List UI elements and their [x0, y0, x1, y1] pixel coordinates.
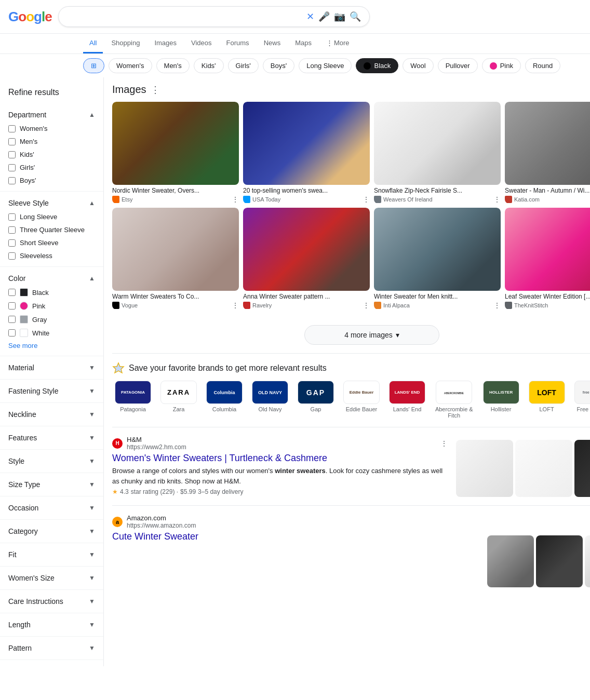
- checkbox-white[interactable]: [8, 329, 16, 336]
- hm-more-button[interactable]: ⋮: [440, 439, 448, 448]
- color-header[interactable]: Color ▲: [8, 271, 95, 286]
- filter-pink[interactable]: Pink: [482, 58, 521, 73]
- sidebar-item-mens[interactable]: Men's: [8, 135, 95, 148]
- sidebar-item-girls[interactable]: Girls': [8, 161, 95, 174]
- image-card-8[interactable]: Leaf Sweater Winter Edition [... TheKnit…: [505, 208, 590, 309]
- checkbox-boys[interactable]: [8, 177, 16, 184]
- amazon-thumb-1[interactable]: [487, 535, 534, 587]
- brand-card-eddiebauer[interactable]: Eddie Bauer Eddie Bauer: [341, 381, 382, 412]
- sidebar-item-short-sleeve[interactable]: Short Sleeve: [8, 236, 95, 249]
- filter-boys[interactable]: Boys': [263, 58, 294, 73]
- image-7-more-button[interactable]: ⋮: [493, 301, 501, 309]
- material-header[interactable]: Material ▼: [8, 360, 95, 375]
- fit-header[interactable]: Fit ▼: [8, 547, 95, 562]
- amazon-thumb-3[interactable]: [585, 535, 590, 587]
- womens-size-header[interactable]: Women's Size ▼: [8, 571, 95, 585]
- sidebar-item-boys[interactable]: Boys': [8, 174, 95, 187]
- pattern-header[interactable]: Pattern ▼: [8, 641, 95, 655]
- hm-thumb-3[interactable]: [574, 440, 590, 497]
- filter-kids[interactable]: Kids': [194, 58, 224, 73]
- sidebar-item-three-quarter[interactable]: Three Quarter Sleeve: [8, 223, 95, 236]
- hm-thumb-2[interactable]: [515, 440, 572, 497]
- amazon-thumb-2[interactable]: [536, 535, 583, 587]
- checkbox-girls[interactable]: [8, 164, 16, 171]
- image-1-more-button[interactable]: ⋮: [232, 195, 239, 204]
- checkbox-black[interactable]: [8, 289, 16, 296]
- brand-card-patagonia[interactable]: PATAGONIA Patagonia: [112, 381, 154, 412]
- filter-girls[interactable]: Girls': [228, 58, 259, 73]
- sidebar-item-long-sleeve[interactable]: Long Sleeve: [8, 210, 95, 223]
- see-more-colors[interactable]: See more: [8, 340, 95, 352]
- clear-search-button[interactable]: ✕: [306, 11, 314, 22]
- image-5-more-button[interactable]: ⋮: [232, 301, 239, 309]
- checkbox-short-sleeve[interactable]: [8, 239, 16, 247]
- tab-maps[interactable]: Maps: [289, 34, 318, 53]
- filter-womens[interactable]: Women's: [109, 58, 152, 73]
- image-search-button[interactable]: 📷: [334, 11, 345, 22]
- sidebar-item-sleeveless[interactable]: Sleeveless: [8, 249, 95, 262]
- checkbox-sleeveless[interactable]: [8, 252, 16, 260]
- image-card-2[interactable]: 20 top-selling women's swea... USA Today…: [243, 102, 370, 204]
- tab-shopping[interactable]: Shopping: [105, 34, 146, 53]
- image-card-1[interactable]: Nordic Winter Sweater, Overs... Etsy ⋮: [112, 102, 239, 204]
- tab-all[interactable]: All: [83, 34, 103, 53]
- occasion-header[interactable]: Occasion ▼: [8, 501, 95, 515]
- checkbox-womens[interactable]: [8, 125, 16, 132]
- brand-card-freepeople[interactable]: free people Free People: [572, 381, 590, 412]
- checkbox-long-sleeve[interactable]: [8, 213, 16, 221]
- tab-images[interactable]: Images: [148, 34, 183, 53]
- image-3-more-button[interactable]: ⋮: [493, 195, 501, 204]
- filter-mens[interactable]: Men's: [156, 58, 190, 73]
- tab-videos[interactable]: Videos: [185, 34, 218, 53]
- sidebar-item-gray[interactable]: Gray: [8, 313, 95, 326]
- fastening-header[interactable]: Fastening Style ▼: [8, 384, 95, 398]
- sidebar-item-pink[interactable]: Pink: [8, 299, 95, 313]
- amazon-result-title[interactable]: Cute Winter Sweater: [112, 531, 479, 542]
- image-card-5[interactable]: Warm Winter Sweaters To Co... Vogue ⋮: [112, 208, 239, 309]
- tab-news[interactable]: News: [258, 34, 287, 53]
- filter-wool[interactable]: Wool: [403, 58, 433, 73]
- brand-card-oldnavy[interactable]: OLD NAVY Old Navy: [249, 381, 291, 412]
- filter-pullover[interactable]: Pullover: [438, 58, 478, 73]
- filter-round[interactable]: Round: [525, 58, 560, 73]
- checkbox-three-quarter[interactable]: [8, 226, 16, 234]
- brand-card-loft[interactable]: LOFT LOFT: [526, 381, 568, 412]
- sleeve-header[interactable]: Sleeve Style ▲: [8, 196, 95, 210]
- style-header[interactable]: Style ▼: [8, 454, 95, 468]
- sidebar-item-womens[interactable]: Women's: [8, 122, 95, 135]
- checkbox-pink[interactable]: [8, 302, 16, 309]
- filter-adjust-button[interactable]: ⊞: [83, 58, 104, 73]
- tab-forums[interactable]: Forums: [220, 34, 256, 53]
- brand-card-gap[interactable]: GAP Gap: [295, 381, 337, 412]
- brand-card-zara[interactable]: ZARA Zara: [158, 381, 199, 412]
- length-header[interactable]: Length ▼: [8, 617, 95, 632]
- size-type-header[interactable]: Size Type ▼: [8, 477, 95, 492]
- image-card-7[interactable]: Winter Sweater for Men knitt... Inti Alp…: [374, 208, 501, 309]
- tab-more[interactable]: ⋮ More: [320, 34, 356, 53]
- department-header[interactable]: Department ▲: [8, 107, 95, 122]
- checkbox-kids[interactable]: [8, 151, 16, 158]
- voice-search-button[interactable]: 🎤: [318, 11, 330, 22]
- images-more-options-button[interactable]: ⋮: [151, 84, 160, 96]
- image-card-4[interactable]: Sweater - Man - Autumn / Wi... Katia.com…: [505, 102, 590, 204]
- feedback-link[interactable]: Feedback: [112, 314, 590, 321]
- checkbox-mens[interactable]: [8, 138, 16, 145]
- image-2-more-button[interactable]: ⋮: [363, 195, 370, 204]
- search-button[interactable]: 🔍: [350, 11, 361, 22]
- filter-black[interactable]: Black: [356, 58, 398, 73]
- image-card-3[interactable]: Snowflake Zip-Neck Fairisle S... Weavers…: [374, 102, 501, 204]
- sidebar-item-white[interactable]: White: [8, 326, 95, 340]
- sidebar-item-black[interactable]: Black: [8, 286, 95, 299]
- image-6-more-button[interactable]: ⋮: [363, 301, 370, 309]
- brand-card-landsend[interactable]: LANDS' END Lands' End: [386, 381, 428, 412]
- brand-card-abercrombie[interactable]: ABERCROMBIE Abercrombie & Fitch: [432, 381, 476, 419]
- features-header[interactable]: Features ▼: [8, 430, 95, 445]
- more-images-button[interactable]: 4 more images ▾: [304, 325, 439, 345]
- sidebar-item-kids[interactable]: Kids': [8, 148, 95, 161]
- care-header[interactable]: Care Instructions ▼: [8, 594, 95, 609]
- search-input[interactable]: winter sweater: [67, 12, 302, 21]
- neckline-header[interactable]: Neckline ▼: [8, 407, 95, 422]
- image-card-6[interactable]: Anna Winter Sweater pattern ... Ravelry …: [243, 208, 370, 309]
- hm-result-title[interactable]: Women's Winter Sweaters | Turtleneck & C…: [112, 453, 448, 464]
- hm-thumb-1[interactable]: [456, 440, 513, 497]
